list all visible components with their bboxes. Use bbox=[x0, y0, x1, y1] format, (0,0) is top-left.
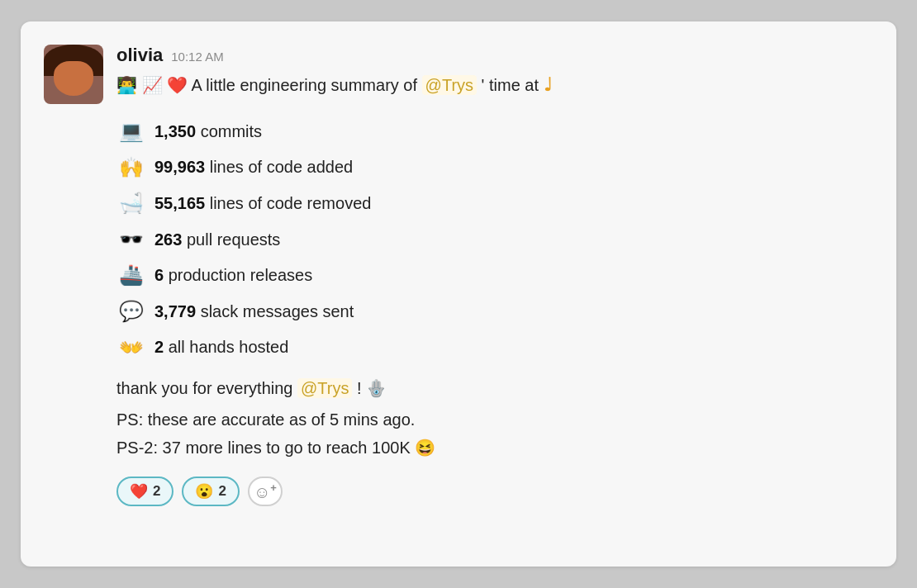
stat-label-4: production releases bbox=[169, 266, 313, 284]
stat-emoji-3: 🕶️ bbox=[116, 225, 146, 254]
reaction-count-1: 2 bbox=[218, 483, 226, 500]
stat-emoji-4: 🚢 bbox=[116, 261, 146, 289]
reaction-emoji-1: 😮 bbox=[195, 482, 213, 500]
ps-section: PS: these are accurate as of 5 mins ago.… bbox=[116, 405, 870, 462]
reaction-emoji-0: ❤️ bbox=[130, 482, 148, 500]
author-name: olivia bbox=[116, 45, 163, 66]
stat-row-4: 🚢 6 production releases bbox=[116, 261, 870, 289]
add-reaction-icon: ☺+ bbox=[254, 481, 277, 502]
stat-number-0: 1,350 bbox=[154, 122, 196, 140]
header-top: olivia 10:12 AM bbox=[116, 45, 552, 66]
thank-you-text: thank you for everything bbox=[116, 379, 297, 397]
stat-row-2: 🛁 55,165 lines of code removed bbox=[116, 189, 870, 217]
stat-label-3: pull requests bbox=[187, 230, 280, 249]
intro-mention[interactable]: @Trys bbox=[422, 75, 477, 95]
stat-row-0: 💻 1,350 commits bbox=[116, 117, 870, 145]
message-card: olivia 10:12 AM 👨‍💻 📈 ❤️ A little engine… bbox=[21, 21, 896, 567]
stat-label-0: commits bbox=[201, 122, 262, 140]
stat-label-5: slack messages sent bbox=[201, 302, 354, 320]
stat-row-3: 🕶️ 263 pull requests bbox=[116, 225, 870, 254]
intro-emojis: 👨‍💻 📈 ❤️ bbox=[116, 76, 188, 94]
stat-emoji-2: 🛁 bbox=[116, 189, 146, 217]
stats-list: 💻 1,350 commits 🙌 99,963 lines of code a… bbox=[116, 117, 870, 361]
stat-number-2: 55,165 bbox=[154, 194, 205, 212]
thank-you-section: thank you for everything @Trys ! 🪬 bbox=[116, 374, 870, 402]
brand-icon: ♩ bbox=[544, 74, 552, 95]
avatar bbox=[44, 45, 103, 104]
reactions-bar: ❤️2😮2 ☺+ bbox=[116, 477, 870, 506]
stat-label-1: lines of code added bbox=[210, 158, 353, 176]
message-timestamp: 10:12 AM bbox=[171, 50, 223, 64]
ps2-line: PS-2: 37 more lines to go to reach 100K … bbox=[116, 434, 870, 462]
stat-emoji-1: 🙌 bbox=[116, 154, 146, 182]
reaction-button-1[interactable]: 😮2 bbox=[182, 477, 239, 506]
header-meta: olivia 10:12 AM 👨‍💻 📈 ❤️ A little engine… bbox=[116, 45, 552, 98]
stat-emoji-5: 💬 bbox=[116, 297, 146, 325]
intro-line: 👨‍💻 📈 ❤️ A little engineering summary of… bbox=[116, 71, 552, 98]
stat-row-6: 👐 2 all hands hosted bbox=[116, 334, 870, 362]
intro-text2: ' time at bbox=[482, 76, 544, 94]
stat-emoji-0: 💻 bbox=[116, 117, 146, 145]
stat-number-3: 263 bbox=[154, 230, 182, 249]
thank-you-text2: ! 🪬 bbox=[357, 379, 387, 397]
add-reaction-button[interactable]: ☺+ bbox=[248, 477, 283, 506]
stat-number-4: 6 bbox=[154, 266, 164, 284]
reaction-button-0[interactable]: ❤️2 bbox=[116, 477, 173, 506]
stat-row-5: 💬 3,779 slack messages sent bbox=[116, 297, 870, 325]
stat-label-6: all hands hosted bbox=[169, 338, 289, 356]
stat-label-2: lines of code removed bbox=[210, 194, 372, 212]
stat-emoji-6: 👐 bbox=[116, 334, 146, 362]
stat-number-1: 99,963 bbox=[154, 158, 205, 176]
reaction-count-0: 2 bbox=[153, 483, 160, 500]
message-header: olivia 10:12 AM 👨‍💻 📈 ❤️ A little engine… bbox=[44, 45, 870, 104]
stat-number-5: 3,779 bbox=[154, 302, 196, 320]
intro-text: A little engineering summary of bbox=[192, 76, 422, 94]
thank-you-mention[interactable]: @Trys bbox=[297, 378, 352, 398]
ps1-line: PS: these are accurate as of 5 mins ago. bbox=[116, 405, 870, 434]
stat-row-1: 🙌 99,963 lines of code added bbox=[116, 154, 870, 182]
stat-number-6: 2 bbox=[154, 338, 164, 356]
